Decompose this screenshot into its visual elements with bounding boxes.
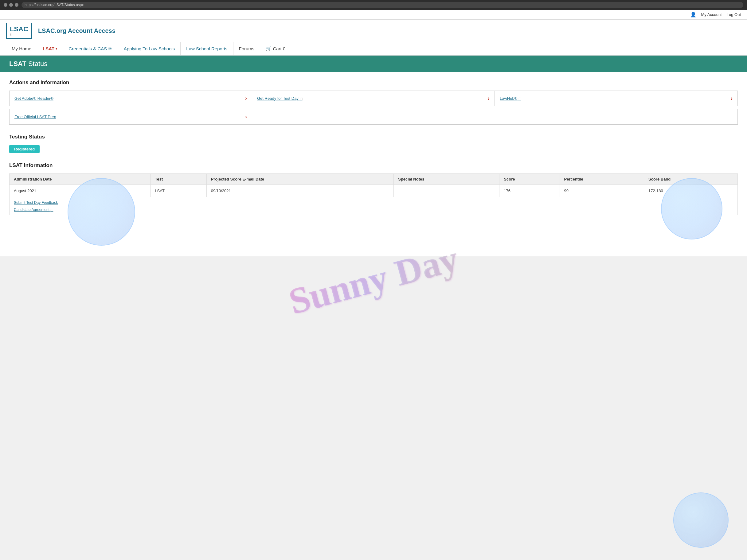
browser-chrome: https://os.lsac.org/LSAT/Status.aspx <box>0 0 747 10</box>
log-out-link[interactable]: Log Out <box>727 12 741 17</box>
col-special-notes: Special Notes <box>394 174 499 185</box>
lsat-dropdown-arrow: ▾ <box>56 47 57 50</box>
candidate-ext-icon: ⬚ <box>50 208 53 212</box>
testing-status-badge: Registered <box>9 145 40 153</box>
nav-item-forums[interactable]: Forums <box>233 42 260 55</box>
cell-score: 176 <box>499 185 560 197</box>
nav-item-lsat[interactable]: LSAT ▾ <box>37 42 63 55</box>
credentials-superscript: SM <box>108 47 112 50</box>
table-links-cell: Submit Test Day Feedback Candidate Agree… <box>9 197 738 215</box>
action-arrow-free-lsat: › <box>245 114 247 120</box>
col-score: Score <box>499 174 560 185</box>
page-banner: LSAT Status <box>0 56 747 72</box>
cell-test: LSAT <box>151 185 206 197</box>
nav-item-cart[interactable]: 🛒 Cart 0 <box>260 42 291 55</box>
action-card-adobe[interactable]: Get Adobe® Reader® › <box>9 91 252 106</box>
col-admin-date: Administration Date <box>9 174 151 185</box>
actions-grid-row1: Get Adobe® Reader® › Get Ready for Test … <box>9 90 738 106</box>
cell-admin-date: August 2021 <box>9 185 151 197</box>
test-day-ext-icon: ⬚ <box>300 97 303 100</box>
page-title-rest: Status <box>26 60 47 68</box>
lsac-logo[interactable]: LSAC ® <box>6 23 32 39</box>
nav-item-applying[interactable]: Applying To Law Schools <box>118 42 181 55</box>
action-link-test-day: Get Ready for Test Day ⬚ <box>257 96 303 101</box>
col-percentile: Percentile <box>560 174 644 185</box>
cell-projected-date: 09/10/2021 <box>206 185 394 197</box>
cart-label: Cart 0 <box>273 46 285 51</box>
testing-status-section: Testing Status Registered <box>9 134 738 153</box>
site-header: LSAC ® LSAC.org Account Access <box>0 20 747 42</box>
main-content: Actions and Information Get Adobe® Reade… <box>0 72 747 256</box>
actions-section-title: Actions and Information <box>9 80 738 86</box>
table-header-row: Administration Date Test Projected Score… <box>9 174 738 185</box>
col-score-band: Score Band <box>644 174 738 185</box>
logo-sub: ® <box>10 33 28 36</box>
browser-dot-2 <box>9 3 13 7</box>
cell-score-band: 172-180 <box>644 185 738 197</box>
col-projected-date: Projected Score E-mail Date <box>206 174 394 185</box>
table-row-links: Submit Test Day Feedback Candidate Agree… <box>9 197 738 215</box>
my-account-link[interactable]: My Account <box>701 12 722 17</box>
nav-item-credentials[interactable]: Credentials & CASSM <box>63 42 118 55</box>
lsat-info-section: LSAT Information Administration Date Tes… <box>9 162 738 215</box>
submit-feedback-link[interactable]: Submit Test Day Feedback <box>14 201 58 205</box>
cart-icon: 🛒 <box>266 46 272 51</box>
user-icon: 👤 <box>690 12 696 18</box>
action-arrow-test-day: › <box>488 95 490 102</box>
lsat-info-table: Administration Date Test Projected Score… <box>9 174 738 215</box>
nav-item-law-school-reports[interactable]: Law School Reports <box>181 42 233 55</box>
action-arrow-lawhub: › <box>731 95 732 102</box>
browser-dot-1 <box>4 3 7 7</box>
action-card-empty <box>252 109 738 124</box>
action-link-adobe: Get Adobe® Reader® <box>15 96 53 101</box>
cell-special-notes <box>394 185 499 197</box>
site-title: LSAC.org Account Access <box>38 27 115 34</box>
top-bar: 👤 My Account Log Out <box>0 10 747 20</box>
action-card-test-day[interactable]: Get Ready for Test Day ⬚ › <box>252 91 495 106</box>
table-row: August 2021 LSAT 09/10/2021 176 99 172-1… <box>9 185 738 197</box>
browser-dot-3 <box>15 3 19 7</box>
logo-text: LSAC <box>10 25 28 33</box>
nav-item-my-home[interactable]: My Home <box>6 42 37 55</box>
action-card-lawhub[interactable]: LawHub® ⬚ › <box>495 91 738 106</box>
testing-status-title: Testing Status <box>9 134 738 140</box>
browser-controls <box>4 3 19 7</box>
lawhub-ext-icon: ⬚ <box>518 97 521 100</box>
cell-percentile: 99 <box>560 185 644 197</box>
actions-grid-row2: Free Official LSAT Prep › <box>9 109 738 125</box>
page-title: LSAT Status <box>9 60 738 68</box>
candidate-agreement-link[interactable]: Candidate Agreement ⬚ <box>14 208 53 212</box>
action-link-lawhub: LawHub® ⬚ <box>500 96 521 101</box>
page-title-bold: LSAT <box>9 60 26 68</box>
action-card-free-lsat[interactable]: Free Official LSAT Prep › <box>9 109 252 124</box>
browser-url[interactable]: https://os.lsac.org/LSAT/Status.aspx <box>22 2 743 8</box>
lsat-info-title: LSAT Information <box>9 162 738 168</box>
action-arrow-adobe: › <box>245 95 247 102</box>
col-test: Test <box>151 174 206 185</box>
main-navigation: My Home LSAT ▾ Credentials & CASSM Apply… <box>0 42 747 56</box>
action-link-free-lsat: Free Official LSAT Prep <box>15 114 56 119</box>
lsat-label: LSAT <box>43 46 54 51</box>
